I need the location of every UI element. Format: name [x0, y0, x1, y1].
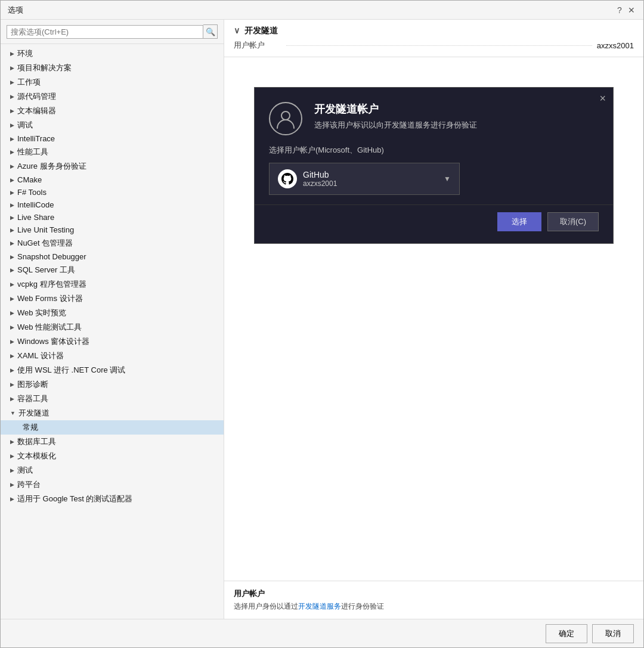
sidebar-item-label: IntelliCode [17, 200, 54, 209]
sidebar-item-label: Windows 窗体设计器 [17, 336, 89, 347]
expand-arrow-icon: ▶ [10, 240, 14, 246]
breadcrumb-arrow: ∨ [234, 26, 240, 35]
cancel-button[interactable]: 取消 [592, 624, 634, 643]
sidebar-item-workitems[interactable]: ▶工作项 [1, 75, 224, 89]
sidebar-item-debug[interactable]: ▶调试 [1, 118, 224, 132]
sidebar-item-perftools[interactable]: ▶性能工具 [1, 145, 224, 159]
expand-arrow-icon: ▶ [10, 136, 14, 142]
sidebar-item-label: 工作项 [17, 77, 41, 88]
expand-arrow-icon: ▶ [10, 227, 14, 233]
expand-arrow-icon: ▶ [10, 65, 14, 71]
expand-arrow-icon: ▶ [10, 163, 14, 169]
sidebar: 🔍 ▶环境▶项目和解决方案▶工作项▶源代码管理▶文本编辑器▶调试▶Intelli… [1, 20, 224, 619]
sidebar-item-texttemplate[interactable]: ▶文本模板化 [1, 449, 224, 463]
footer-desc-link[interactable]: 开发隧道服务 [298, 602, 341, 610]
overlay-body: 选择用户帐户(Microsoft、GitHub) GitHub axzxs200 [255, 145, 613, 204]
sidebar-item-test[interactable]: ▶测试 [1, 463, 224, 478]
expand-arrow-icon: ▶ [10, 396, 14, 402]
sidebar-item-label: 开发隧道 [18, 408, 49, 418]
sidebar-item-env[interactable]: ▶环境 [1, 46, 224, 61]
expand-arrow-icon: ▶ [10, 149, 14, 155]
sidebar-item-label: 测试 [17, 465, 33, 476]
expand-arrow-icon: ▶ [10, 353, 14, 359]
expand-arrow-icon: ▶ [10, 281, 14, 287]
expand-arrow-icon: ▶ [10, 367, 14, 373]
window-title: 选项 [8, 5, 615, 15]
expand-arrow-icon: ▶ [10, 382, 14, 387]
sidebar-item-label: 容器工具 [17, 393, 48, 404]
sidebar-item-liveunittesting[interactable]: ▶Live Unit Testing [1, 224, 224, 236]
right-footer: 用户帐户 选择用户身份以通过开发隧道服务进行身份验证 [224, 581, 643, 619]
overlay-header: 开发隧道帐户 选择该用户标识以向开发隧道服务进行身份验证 [255, 88, 613, 145]
sidebar-item-label: 文本编辑器 [17, 106, 56, 116]
expand-arrow-icon: ▶ [10, 254, 14, 260]
expand-arrow-icon: ▼ [10, 410, 16, 416]
sidebar-item-intellitrace[interactable]: ▶IntelliTrace [1, 132, 224, 145]
expand-arrow-icon: ▶ [10, 122, 14, 128]
search-bar: 🔍 [1, 20, 224, 44]
overlay-title: 开发隧道帐户 [314, 102, 599, 116]
section-title-text: 开发隧道 [244, 26, 278, 35]
confirm-button[interactable]: 确定 [546, 624, 587, 643]
sidebar-item-vcpkg[interactable]: ▶vcpkg 程序包管理器 [1, 277, 224, 292]
sidebar-item-webforms[interactable]: ▶Web Forms 设计器 [1, 292, 224, 306]
cancel-overlay-button[interactable]: 取消(C) [547, 212, 599, 231]
sidebar-item-webperf[interactable]: ▶Web 性能测试工具 [1, 320, 224, 334]
search-input[interactable] [7, 25, 203, 39]
footer-desc-suffix: 进行身份验证 [341, 602, 384, 610]
sidebar-item-weblivepreview[interactable]: ▶Web 实时预览 [1, 306, 224, 320]
account-username: axzxs2001 [303, 179, 438, 188]
expand-arrow-icon: ▶ [10, 79, 14, 85]
sidebar-item-label: 项目和解决方案 [17, 63, 72, 73]
sidebar-item-label: IntelliTrace [17, 134, 55, 143]
right-panel: ∨ 开发隧道 用户帐户 axzxs2001 × [224, 20, 643, 619]
sidebar-item-dbtools[interactable]: ▶数据库工具 [1, 435, 224, 449]
sidebar-item-googletestadapter[interactable]: ▶适用于 Google Test 的测试适配器 [1, 492, 224, 506]
sidebar-item-azure[interactable]: ▶Azure 服务身份验证 [1, 159, 224, 173]
options-dialog: 选项 ? ✕ 🔍 ▶环境▶项目和解决方案▶工作项▶源代码管理▶文本编辑器▶调试▶… [0, 0, 644, 648]
sidebar-item-cmake[interactable]: ▶CMake [1, 173, 224, 186]
close-button[interactable]: ✕ [627, 5, 636, 15]
footer-desc: 选择用户身份以通过开发隧道服务进行身份验证 [234, 602, 634, 612]
expand-arrow-icon: ▶ [10, 296, 14, 302]
sidebar-item-wsl[interactable]: ▶使用 WSL 进行 .NET Core 调试 [1, 363, 224, 377]
expand-arrow-icon: ▶ [10, 215, 14, 221]
sidebar-item-graphdiag[interactable]: ▶图形诊断 [1, 377, 224, 392]
help-button[interactable]: ? [615, 5, 624, 15]
sidebar-item-fsharptools[interactable]: ▶F# Tools [1, 186, 224, 199]
sidebar-item-label: Web 实时预览 [17, 308, 66, 318]
sidebar-item-label: NuGet 包管理器 [17, 238, 73, 249]
sidebar-item-liveshare[interactable]: ▶Live Share [1, 211, 224, 224]
expand-arrow-icon: ▶ [10, 190, 14, 196]
sidebar-item-snapshot[interactable]: ▶Snapshot Debugger [1, 250, 224, 263]
expand-arrow-icon: ▶ [10, 51, 14, 57]
sidebar-item-sqlserver[interactable]: ▶SQL Server 工具 [1, 263, 224, 277]
sidebar-item-devtunnel[interactable]: ▼开发隧道 [1, 406, 224, 420]
svg-point-0 [281, 111, 290, 120]
expand-arrow-icon: ▶ [10, 94, 14, 100]
sidebar-item-sourcecontrol[interactable]: ▶源代码管理 [1, 89, 224, 104]
sidebar-item-label: 源代码管理 [17, 91, 56, 102]
user-avatar-icon [269, 102, 302, 135]
overlay-prompt: 选择用户帐户(Microsoft、GitHub) [269, 145, 599, 156]
sidebar-item-nuget[interactable]: ▶NuGet 包管理器 [1, 236, 224, 250]
sidebar-item-label: SQL Server 工具 [17, 265, 75, 275]
sidebar-item-texteditor[interactable]: ▶文本编辑器 [1, 104, 224, 118]
sidebar-item-containertools[interactable]: ▶容器工具 [1, 392, 224, 406]
sidebar-item-label: CMake [17, 175, 42, 184]
sidebar-item-crossplatform[interactable]: ▶跨平台 [1, 478, 224, 492]
select-button[interactable]: 选择 [497, 212, 541, 231]
sidebar-item-intellicode[interactable]: ▶IntelliCode [1, 199, 224, 211]
overlay-subtitle: 选择该用户标识以向开发隧道服务进行身份验证 [314, 120, 599, 131]
sidebar-item-label: 调试 [17, 120, 33, 131]
account-selector[interactable]: GitHub axzxs2001 ▼ [269, 163, 460, 195]
sidebar-item-devtunnel-general[interactable]: 常规 [1, 420, 224, 435]
overlay-close-button[interactable]: × [599, 92, 606, 105]
expand-arrow-icon: ▶ [10, 339, 14, 345]
sidebar-item-windowsdesigner[interactable]: ▶Windows 窗体设计器 [1, 334, 224, 349]
user-account-label: 用户帐户 [234, 40, 281, 51]
overlay-dialog: × 开发隧道帐户 选择该用户标识以向开发隧道服务进行身份验证 [254, 87, 614, 244]
sidebar-item-project[interactable]: ▶项目和解决方案 [1, 61, 224, 75]
sidebar-item-xaml[interactable]: ▶XAML 设计器 [1, 349, 224, 363]
search-button[interactable]: 🔍 [203, 24, 218, 39]
